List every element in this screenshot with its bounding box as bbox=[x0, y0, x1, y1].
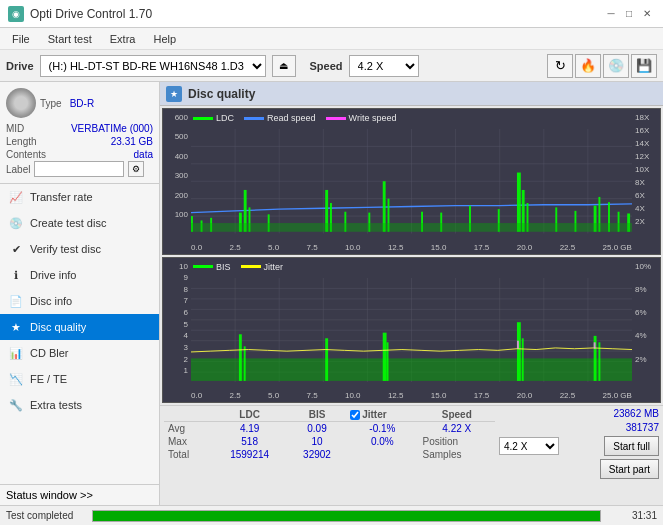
nav-items: 📈 Transfer rate 💿 Create test disc ✔ Ver… bbox=[0, 184, 159, 484]
speed-select-stats[interactable]: 4.2 X bbox=[499, 437, 559, 455]
sidebar-item-fe-te[interactable]: 📉 FE / TE bbox=[0, 366, 159, 392]
close-button[interactable]: ✕ bbox=[639, 6, 655, 22]
position-row: 23862 MB bbox=[499, 408, 659, 419]
stats-table: LDC BIS Jitter Speed bbox=[164, 408, 495, 503]
svg-rect-60 bbox=[191, 358, 632, 381]
total-ldc: 1599214 bbox=[211, 448, 287, 461]
ldc-legend-readspeed: Read speed bbox=[244, 113, 316, 123]
sidebar-item-disc-quality[interactable]: ★ Disc quality bbox=[0, 314, 159, 340]
bis-yr-2: 2% bbox=[632, 355, 660, 364]
readspeed-color-dot bbox=[244, 117, 264, 120]
y-label-r-12x: 12X bbox=[632, 152, 660, 161]
drivebar: Drive (H:) HL-DT-ST BD-RE WH16NS48 1.D3 … bbox=[0, 50, 663, 82]
refresh-button[interactable]: ↻ bbox=[547, 54, 573, 78]
position-val: 23862 MB bbox=[613, 408, 659, 419]
sidebar-item-cd-bler[interactable]: 📊 CD Bler bbox=[0, 340, 159, 366]
ldc-y-axis-left: 600 500 400 300 200 100 bbox=[163, 109, 191, 234]
start-full-button[interactable]: Start full bbox=[604, 436, 659, 456]
transfer-rate-icon: 📈 bbox=[8, 189, 24, 205]
stats-right: 23862 MB 381737 4.2 X Start full Start p… bbox=[499, 408, 659, 503]
titlebar-left: ◉ Opti Drive Control 1.70 bbox=[8, 6, 152, 22]
sidebar-item-transfer-rate[interactable]: 📈 Transfer rate bbox=[0, 184, 159, 210]
start-part-row: Start part bbox=[499, 459, 659, 479]
speed-row: 4.2 X Start full bbox=[499, 436, 659, 456]
sidebar-item-extra-tests[interactable]: 🔧 Extra tests bbox=[0, 392, 159, 418]
mid-key: MID bbox=[6, 123, 24, 134]
y-label-r-18x: 18X bbox=[632, 113, 660, 122]
svg-rect-65 bbox=[387, 342, 389, 381]
sidebar-item-drive-info[interactable]: ℹ Drive info bbox=[0, 262, 159, 288]
avg-jitter: -0.1% bbox=[346, 422, 418, 436]
bis-y-8: 8 bbox=[163, 285, 191, 294]
disc-graphic bbox=[6, 88, 36, 118]
ldc-legend-writespeed: Write speed bbox=[326, 113, 397, 123]
statusbar: Test completed 31:31 bbox=[0, 505, 663, 525]
save-button[interactable]: 💾 bbox=[631, 54, 657, 78]
bis-y-axis-right: 10% 8% 6% 4% 2% bbox=[632, 258, 660, 383]
bis-chart-inner bbox=[191, 278, 632, 383]
disc-header: Type BD-R bbox=[6, 88, 153, 118]
ldc-x-axis: 0.0 2.5 5.0 7.5 10.0 12.5 15.0 17.5 20.0… bbox=[191, 243, 632, 252]
time-text: 31:31 bbox=[607, 510, 657, 521]
avg-speed: 4.22 X bbox=[419, 422, 495, 436]
minimize-button[interactable]: ─ bbox=[603, 6, 619, 22]
samples-row: 381737 bbox=[499, 422, 659, 433]
disc-info-panel: Type BD-R MID VERBATIMe (000) Length 23.… bbox=[0, 82, 159, 184]
speed-select[interactable]: 4.2 X bbox=[349, 55, 419, 77]
ldc-chart-svg bbox=[191, 129, 632, 234]
bis-x-5: 5.0 bbox=[268, 391, 279, 400]
y-label-r-6x: 6X bbox=[632, 191, 660, 200]
bis-y-9: 9 bbox=[163, 273, 191, 282]
menu-file[interactable]: File bbox=[4, 31, 38, 47]
ldc-legend-writespeed-label: Write speed bbox=[349, 113, 397, 123]
x-label-12-5: 12.5 bbox=[388, 243, 404, 252]
sidebar-item-verify-test-disc[interactable]: ✔ Verify test disc bbox=[0, 236, 159, 262]
disc-quality-icon: ★ bbox=[8, 319, 24, 335]
bis-x-20: 20.0 bbox=[517, 391, 533, 400]
drive-info-icon: ℹ bbox=[8, 267, 24, 283]
label-set-button[interactable]: ⚙ bbox=[128, 161, 144, 177]
bis-x-25: 25.0 GB bbox=[603, 391, 632, 400]
menu-extra[interactable]: Extra bbox=[102, 31, 144, 47]
bis-x-17-5: 17.5 bbox=[474, 391, 490, 400]
avg-label: Avg bbox=[164, 422, 211, 436]
fe-te-icon: 📉 bbox=[8, 371, 24, 387]
writespeed-color-dot bbox=[326, 117, 346, 120]
sidebar-item-disc-info[interactable]: 📄 Disc info bbox=[0, 288, 159, 314]
jitter-color-dot bbox=[241, 265, 261, 268]
bis-x-axis: 0.0 2.5 5.0 7.5 10.0 12.5 15.0 17.5 20.0… bbox=[191, 391, 632, 400]
x-label-25: 25.0 GB bbox=[603, 243, 632, 252]
svg-rect-66 bbox=[517, 322, 521, 381]
y-label-400: 400 bbox=[163, 152, 191, 161]
svg-rect-67 bbox=[522, 338, 524, 381]
verify-test-disc-icon: ✔ bbox=[8, 241, 24, 257]
eject-button[interactable]: ⏏ bbox=[272, 55, 296, 77]
maximize-button[interactable]: □ bbox=[621, 6, 637, 22]
start-part-button[interactable]: Start part bbox=[600, 459, 659, 479]
stats-ldc-header: LDC bbox=[211, 408, 287, 422]
bis-color-dot bbox=[193, 265, 213, 268]
titlebar: ◉ Opti Drive Control 1.70 ─ □ ✕ bbox=[0, 0, 663, 28]
fe-te-label: FE / TE bbox=[30, 373, 67, 385]
mid-row: MID VERBATIMe (000) bbox=[6, 122, 153, 135]
drive-select[interactable]: (H:) HL-DT-ST BD-RE WH16NS48 1.D3 bbox=[40, 55, 266, 77]
jitter-checkbox[interactable] bbox=[350, 410, 360, 420]
disc-button[interactable]: 💿 bbox=[603, 54, 629, 78]
verify-test-disc-label: Verify test disc bbox=[30, 243, 101, 255]
burn-button[interactable]: 🔥 bbox=[575, 54, 601, 78]
main-area: Type BD-R MID VERBATIMe (000) Length 23.… bbox=[0, 82, 663, 505]
status-window-btn[interactable]: Status window >> bbox=[0, 484, 159, 505]
y-label-100: 100 bbox=[163, 210, 191, 219]
sidebar-item-create-test-disc[interactable]: 💿 Create test disc bbox=[0, 210, 159, 236]
max-ldc: 518 bbox=[211, 435, 287, 448]
label-input[interactable] bbox=[34, 161, 124, 177]
bis-yr-6: 6% bbox=[632, 308, 660, 317]
y-label-600: 600 bbox=[163, 113, 191, 122]
bis-yr-4: 4% bbox=[632, 331, 660, 340]
progress-bar-fill bbox=[93, 511, 600, 521]
menu-start-test[interactable]: Start test bbox=[40, 31, 100, 47]
bis-legend-jitter: Jitter bbox=[241, 262, 284, 272]
menu-help[interactable]: Help bbox=[145, 31, 184, 47]
svg-rect-31 bbox=[517, 173, 521, 232]
svg-rect-62 bbox=[244, 346, 246, 381]
